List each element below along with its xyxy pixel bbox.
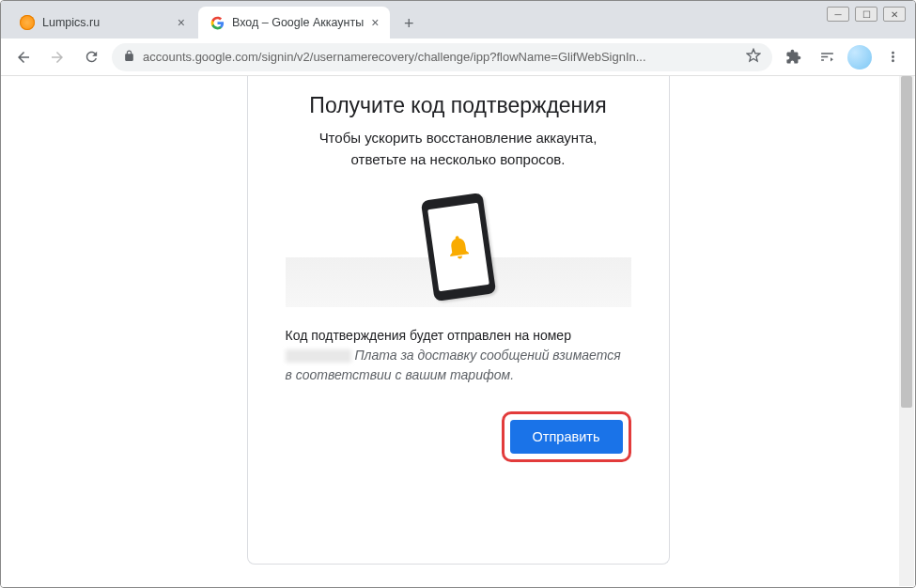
- submit-button[interactable]: Отправить: [510, 420, 623, 454]
- arrow-right-icon: [49, 49, 66, 66]
- tab-close-icon[interactable]: ×: [371, 15, 379, 30]
- media-control-button[interactable]: [814, 44, 840, 70]
- page-title: Получите код подтверждения: [286, 93, 631, 118]
- music-note-icon: [819, 49, 835, 65]
- window-maximize-button[interactable]: ☐: [855, 7, 877, 22]
- dots-vertical-icon: [885, 49, 901, 65]
- reload-icon: [84, 49, 100, 65]
- arrow-left-icon: [15, 49, 32, 66]
- puzzle-icon: [785, 49, 801, 65]
- reload-button[interactable]: [78, 44, 104, 70]
- phone-illustration: [286, 196, 631, 307]
- lock-icon: [123, 50, 135, 65]
- scrollbar-thumb[interactable]: [901, 76, 912, 408]
- window-minimize-button[interactable]: ─: [827, 7, 849, 22]
- tab-title: Lumpics.ru: [42, 16, 170, 29]
- page-viewport: Получите код подтверждения Чтобы ускорит…: [1, 76, 915, 587]
- tab-strip: Lumpics.ru × Вход – Google Аккаунты × +: [1, 1, 915, 39]
- profile-avatar[interactable]: [847, 45, 872, 70]
- new-tab-button[interactable]: +: [396, 10, 422, 37]
- verification-card: Получите код подтверждения Чтобы ускорит…: [247, 76, 670, 565]
- bell-icon: [442, 229, 474, 265]
- tab-close-icon[interactable]: ×: [178, 15, 185, 30]
- info-text: Код подтверждения будет отправлен на ном…: [286, 326, 631, 385]
- tab-google-signin[interactable]: Вход – Google Аккаунты ×: [198, 7, 390, 39]
- back-button[interactable]: [10, 44, 37, 70]
- google-favicon-icon: [210, 15, 225, 30]
- window-close-button[interactable]: ✕: [883, 7, 906, 22]
- tab-title: Вход – Google Аккаунты: [232, 16, 364, 29]
- lumpics-favicon-icon: [20, 15, 35, 30]
- bookmark-star-icon[interactable]: [746, 48, 761, 66]
- redacted-phone: [286, 349, 351, 363]
- url-text: accounts.google.com/signin/v2/usernamere…: [143, 50, 738, 64]
- forward-button[interactable]: [44, 44, 70, 70]
- submit-highlight: Отправить: [502, 411, 631, 462]
- menu-button[interactable]: [879, 44, 906, 70]
- browser-toolbar: accounts.google.com/signin/v2/usernamere…: [1, 39, 915, 76]
- tab-lumpics[interactable]: Lumpics.ru ×: [8, 7, 196, 39]
- scrollbar[interactable]: [899, 76, 914, 586]
- address-bar[interactable]: accounts.google.com/signin/v2/usernamere…: [112, 43, 772, 71]
- page-subheading: Чтобы ускорить восстановление аккаунта, …: [286, 128, 631, 170]
- extensions-button[interactable]: [780, 44, 806, 70]
